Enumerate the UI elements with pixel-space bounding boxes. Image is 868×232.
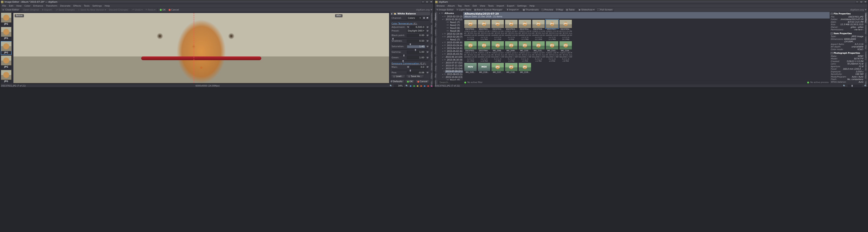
menu-enhance[interactable]: Enhance [32,4,44,8]
panel-cancel-button[interactable]: Cancel [415,80,429,84]
black-slider[interactable] [392,38,428,38]
menu-file[interactable]: File [1,4,7,8]
menu-tools[interactable]: Tools [83,4,91,8]
save-as-new-version-button[interactable]: ＋ Save As New Version ▾ [76,8,107,12]
minimize-button[interactable]: – [422,1,425,3]
shadows-slider[interactable] [392,44,428,44]
side-tab-captions[interactable]: Captions [865,51,868,61]
undo-button[interactable]: ↶ Undo ▾ [131,8,144,12]
minimize-button[interactable]: – [856,1,859,3]
maximize-button[interactable]: ▢ [860,1,863,3]
tree-node[interactable]: Pano1 (5) [438,79,463,80]
brand-link[interactable]: digiKam.org [416,8,430,11]
preview-mode-3[interactable] [417,85,418,87]
tree-node[interactable]: ▸2015-03-08 (6) [438,41,463,44]
green-slider[interactable] [392,60,428,61]
tree-node[interactable]: ▸2015-04-18 (6) [438,47,463,50]
thumbnail-item[interactable]: JPGDSC07910...7/29/15 12:18 PMxd.: 8/7/1… [464,20,477,41]
gamma-slider[interactable] [392,55,428,55]
thumbnail-item[interactable]: JPGIMG_2101...7/29/15 12:59 PMxd.: 8/7/1… [532,41,545,62]
preview-mode-5[interactable] [424,85,426,87]
adjustment-reset[interactable]: ↺ [426,26,429,29]
channel-combo[interactable]: Colors▼ [407,16,422,20]
photo-properties-heading[interactable]: Photograph Properties [831,52,864,55]
toolbar-menu-button[interactable]: » [864,8,867,11]
side-tab-metadata[interactable]: Metadata [865,24,868,35]
thumbnail-item[interactable]: JPGIMG_2103...7/29/15 1:00 PMxd.: 8/7/15… [546,41,558,62]
editor-thumb[interactable]: JPG [1,41,11,55]
thumbnail-item[interactable]: JPGDSC07914...7/29/15 1:10 PMxd.: 8/7/15… [519,20,531,41]
preview-mode-6[interactable] [427,85,429,87]
menu-transform[interactable]: Transform [44,4,59,8]
menu-effects[interactable]: Effects [72,4,83,8]
side-tab-map[interactable]: Map [434,72,437,79]
saturation-slider[interactable] [392,49,428,49]
redo-button[interactable]: ↷ Redo ▾ [144,8,157,12]
table-view-button[interactable]: ▤ Table [565,8,576,12]
thumbnail-item[interactable]: MOVIMG_2106... [478,63,491,73]
tree-node[interactable]: ▸2015-02-19 (4) [438,33,463,35]
side-tab-properties[interactable]: Properties [431,12,434,24]
menu-tools[interactable]: Tools [487,4,495,8]
menu-export[interactable]: Export [505,4,516,8]
editor-thumb[interactable]: JPG [1,56,11,69]
tree-node[interactable]: ▸2015-06-30 (9) [438,59,463,61]
editor-thumb[interactable]: JPG [1,70,11,84]
side-tab-versions[interactable]: Versions [865,61,868,72]
thumbnail-item[interactable]: JPGIMG_2098...7/29/15 12:55 PMxd.: 8/7/1… [491,41,504,62]
side-tab-map[interactable]: Map [865,44,868,51]
editor-thumb[interactable]: JPG [1,27,11,40]
thumbnail-item[interactable]: JPGIMG_2107... [491,63,504,73]
preview-mode-1[interactable] [410,85,411,87]
fullscreen-button[interactable]: ⛶ Full Screen [596,8,614,12]
preset-reset[interactable]: ↺ [426,30,429,32]
import-button[interactable]: ⬇ Import ▾ [505,8,520,12]
tree-node[interactable]: Pano2 (7) [438,24,463,27]
green-spin[interactable]: 1.00 [407,56,425,59]
main-slider[interactable] [392,70,428,70]
thumbnail-item[interactable]: JPGDSC07964...7/29/15 1:18 PMxd.: 8/7/15… [478,41,491,62]
tree-node[interactable]: ▸2015-07-23 (14) [438,67,463,70]
tree-node[interactable]: ▸2015-05-14 (10) [438,56,463,59]
file-properties-heading[interactable]: File Properties [831,12,864,15]
tree-node[interactable]: Pano4 (8) [438,30,463,33]
zoom-out-button[interactable]: 🔍 [843,85,845,87]
light-table-button[interactable]: ☼ Light Table [455,8,472,12]
shadows-reset[interactable]: ↺ [426,40,429,42]
tree-node[interactable]: ▾2015-02-15 (2) [438,15,463,18]
preview-mode-2[interactable] [413,85,415,87]
side-tab-dates[interactable]: Dates [434,37,437,45]
open-original-button[interactable]: Open Original [22,8,40,12]
maximize-button[interactable]: ▢ [426,1,429,3]
thumbnail-item[interactable]: JPGDSC07954...8/7/15 5:15 PMxd.: 8/7/15 … [559,20,572,41]
menu-view[interactable]: View [478,4,487,8]
side-tab-filters[interactable]: Filters [865,72,868,80]
menu-settings[interactable]: Settings [516,4,528,8]
thumbnail-item[interactable]: JPGIMG_2104...7/29/15 1:00 PMxd.: 8/7/15… [559,41,572,62]
zoom-slider[interactable] [847,85,862,87]
preview-mode-4[interactable] [420,85,422,87]
toolbar-menu-button[interactable]: » [430,8,433,11]
tree-node[interactable]: Pano3 (6) [438,27,463,30]
menu-settings[interactable]: Settings [91,4,103,8]
thumbnail-item[interactable]: JPGIMG_2099...7/29/15 12:55 PMxd.: 8/7/1… [505,41,518,62]
menu-view[interactable]: View [15,4,23,8]
tree-node[interactable]: ▸2015-05-02 (6) [438,50,463,53]
editor-canvas[interactable]: Before After [12,12,390,84]
tree-node[interactable]: ▸2015-05-03 (5) [438,53,463,56]
cancel-button[interactable]: Cancel [167,8,180,12]
log-scale-button[interactable]: ◩ [426,17,429,20]
side-tab-map[interactable]: Map [431,44,434,51]
batch-queue-button[interactable]: ▤ Batch Queue Manager [473,8,503,12]
menu-edit[interactable]: Edit [7,4,14,8]
menu-browse[interactable]: Browse [435,4,446,8]
tree-node[interactable]: Pano1 (7) [438,21,463,24]
fine-reset[interactable]: ↺ [426,71,429,74]
adjustment-spin[interactable]: 6,500.0 [410,26,425,29]
collapse-icon[interactable]: ▸ [391,12,393,15]
image-editor-button[interactable]: ✎ Image Editor [435,8,455,12]
brand-link[interactable]: digiKam.org [850,8,864,11]
thumbnail-item[interactable]: MOVIMG_2105... [464,63,477,73]
tree-node[interactable]: 2015-07-29 (21) [438,70,463,73]
side-tab-timeline[interactable]: Timeline [434,45,437,56]
